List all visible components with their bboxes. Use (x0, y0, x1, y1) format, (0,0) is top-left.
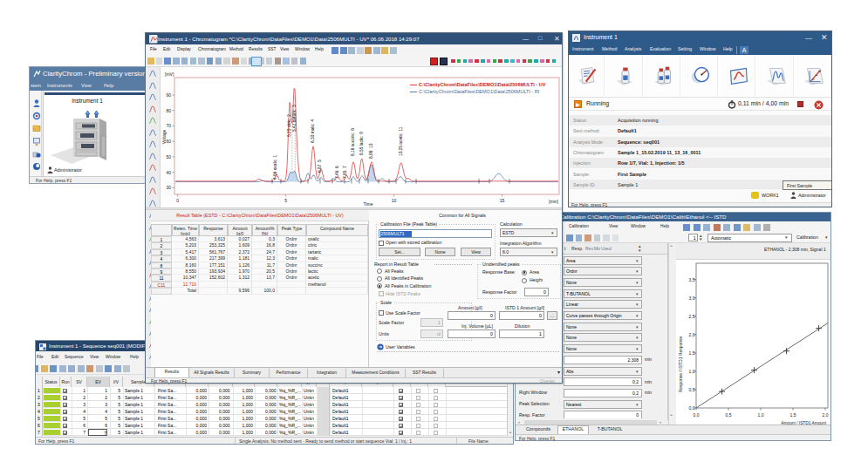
svg-text:0,5: 0,5 (689, 387, 695, 392)
svg-text:0,0: 0,0 (689, 405, 695, 411)
svg-text:2,5: 2,5 (689, 314, 695, 319)
svg-text:5: 5 (284, 198, 287, 203)
svg-text:50: 50 (166, 154, 171, 160)
svg-text:[min]: [min] (549, 199, 558, 204)
svg-text:0: 0 (176, 198, 179, 203)
svg-text:10: 10 (392, 198, 397, 203)
svg-text:0,0: 0,0 (694, 412, 700, 418)
svg-text:[mV]: [mV] (165, 71, 174, 77)
svg-text:30: 30 (166, 185, 171, 190)
svg-text:90: 90 (166, 92, 171, 98)
svg-text:1,5: 1,5 (790, 412, 796, 418)
svg-text:0,5: 0,5 (726, 412, 732, 418)
svg-text:1,0: 1,0 (689, 369, 695, 374)
svg-text:1,0: 1,0 (758, 412, 764, 418)
svg-text:Response / ISTD1 Response: Response / ISTD1 Response (678, 336, 683, 392)
svg-text:15: 15 (500, 198, 505, 203)
svg-text:2,0: 2,0 (823, 412, 829, 418)
svg-text:3,5: 3,5 (689, 277, 695, 282)
svg-text:60: 60 (166, 139, 171, 144)
svg-text:40: 40 (166, 170, 171, 175)
svg-text:70: 70 (166, 123, 171, 128)
svg-text:1,5: 1,5 (689, 350, 695, 356)
svg-text:80: 80 (166, 108, 171, 113)
svg-text:Voltage: Voltage (161, 129, 167, 144)
svg-text:Time: Time (364, 201, 373, 207)
svg-text:3,0: 3,0 (689, 296, 695, 301)
svg-text:2,0: 2,0 (689, 332, 695, 337)
